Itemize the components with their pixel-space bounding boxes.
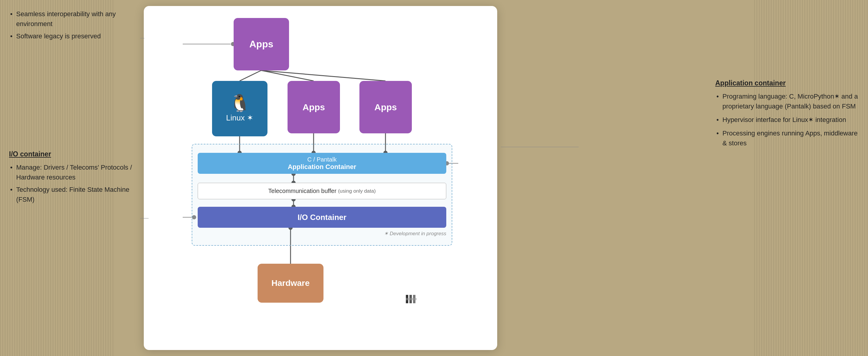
linux-label: Linux ✶: [226, 113, 253, 123]
hardware-box: Hardware: [257, 264, 323, 303]
svg-line-1: [261, 70, 314, 81]
app-container-bar: C / Pantalk Application Container MicroP…: [198, 153, 446, 174]
bullet-legacy: Software legacy is preserved: [9, 31, 141, 41]
apps-mid2-label: Apps: [374, 102, 397, 112]
left-io-connector-line: [140, 218, 149, 218]
bullet-fsm: Technology used: Finite State Machine (F…: [9, 185, 141, 204]
app-container-line2: Application Container: [198, 163, 446, 171]
svg-line-2: [261, 70, 385, 81]
micropython-label: MicroPython ✶: [421, 292, 456, 306]
tux-icon: 🐧: [229, 95, 250, 112]
apps-mid2-box: Apps: [360, 81, 412, 134]
bullet-processing: Processing engines running Apps, middlew…: [715, 128, 859, 148]
bullet-interop: Seamless interoperability with any envir…: [9, 9, 141, 29]
apps-mid1-label: Apps: [303, 102, 325, 112]
top-bullet-list: Seamless interoperability with any envir…: [9, 9, 141, 41]
app-container-title: Application container: [715, 78, 859, 88]
io-bullet-list: Manage: Drivers / Telecoms' Protocols / …: [9, 162, 141, 204]
io-container-title: I/O container: [9, 149, 141, 159]
telecom-buffer-note: (using only data): [338, 188, 376, 194]
micropython-area: MicroPython ✶: [404, 291, 456, 307]
app-container-line1: C / Pantalk: [198, 156, 446, 163]
io-container-label: I/O Container: [298, 213, 346, 222]
io-container-bar: I/O Container: [198, 207, 446, 228]
telecom-buffer-label: Telecommunication buffer: [268, 187, 337, 195]
micropython-logo: [404, 291, 418, 307]
diagram-area: Apps 🐧 Linux ✶ Apps Apps C / Pantalk App…: [174, 15, 467, 338]
left-apps-connector-line: [140, 38, 144, 38]
app-bullet-list: Programing language: C, MicroPython✶ and…: [715, 91, 859, 148]
bullet-hypervisor: Hypervisor interface for Linux✶ integrat…: [715, 115, 859, 125]
bullet-manage: Manage: Drivers / Telecoms' Protocols / …: [9, 162, 141, 182]
right-annotation-panel: Application container Programing languag…: [715, 78, 859, 152]
apps-top-box: Apps: [234, 18, 289, 70]
main-diagram-card: Apps 🐧 Linux ✶ Apps Apps C / Pantalk App…: [144, 6, 497, 350]
stripe-right: [754, 0, 868, 356]
apps-top-label: Apps: [249, 39, 274, 50]
dev-note: ✶ Development in progress: [384, 231, 446, 237]
linux-box: 🐧 Linux ✶: [212, 81, 268, 136]
svg-rect-28: [406, 298, 416, 300]
hardware-label: Hardware: [271, 278, 310, 288]
micropython-icon: [405, 293, 418, 306]
svg-line-0: [240, 70, 261, 81]
left-annotation-panel: Seamless interoperability with any envir…: [9, 9, 141, 213]
apps-mid1-box: Apps: [287, 81, 340, 134]
telecom-buffer: Telecommunication buffer (using only dat…: [198, 183, 446, 199]
bullet-language: Programing language: C, MicroPython✶ and…: [715, 91, 859, 111]
